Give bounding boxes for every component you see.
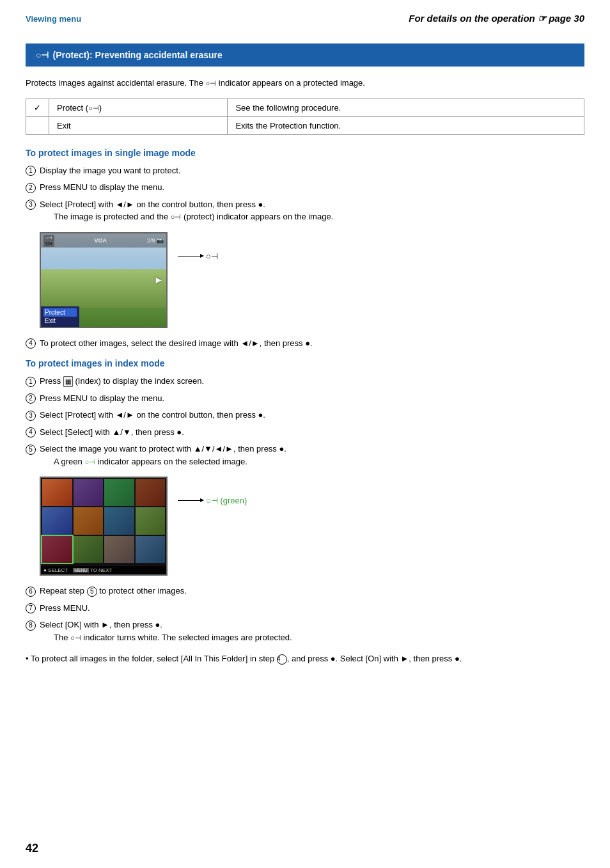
index-cell [104, 479, 134, 506]
step-text: Select the image you want to protect wit… [40, 443, 584, 468]
step-number: 1 [26, 375, 40, 388]
camera-menu-overlay: Protect Exit [41, 306, 79, 327]
step-item: 7 Press MENU. [26, 602, 584, 615]
page-number: 42 [26, 842, 38, 855]
green-protect-symbol: ○⊣ (green) [206, 496, 247, 505]
step-number: 3 [26, 409, 40, 422]
camera-count: 2/9 📷 [147, 237, 164, 244]
step-item: 3 Select [Protect] with ◄/► on the contr… [26, 409, 584, 422]
step-text: Press MENU to display the menu. [40, 181, 584, 194]
step-text: Press MENU. [40, 602, 584, 615]
step-number: 2 [26, 392, 40, 405]
step-number: 8 [26, 619, 40, 631]
index-grid [41, 478, 166, 564]
menu-item-exit: Exit [49, 116, 228, 134]
table-row: Exit Exits the Protection function. [26, 116, 584, 134]
camera-top-icons: ○⊣On [43, 235, 54, 247]
single-mode-heading: To protect images in single image mode [26, 148, 584, 158]
camera-screen: ○⊣On VGA 2/9 📷 ► Protect Exit [40, 232, 168, 328]
index-mode-steps: 1 Press ▦ (Index) to display the index s… [26, 375, 584, 468]
step-text: Display the image you want to protect. [40, 164, 584, 177]
index-mode-heading: To protect images in index mode [26, 358, 584, 368]
step-text: Select [Select] with ▲/▼, then press ●. [40, 426, 584, 439]
step-subnote: The image is protected and the ○⊣ (prote… [54, 212, 333, 221]
step-text: Repeat step 5 to protect other images. [40, 585, 584, 597]
index-cell [136, 479, 166, 506]
table-row: ✓ Protect (○⊣) See the following procedu… [26, 99, 584, 116]
section-title: (Protect): Preventing accidental erasure [52, 50, 222, 60]
index-cell [74, 479, 104, 506]
step-item: 6 Repeat step 5 to protect other images. [26, 585, 584, 597]
menu-item-exit: Exit [43, 317, 77, 325]
bullet-note: • To protect all images in the folder, s… [26, 652, 584, 665]
step-text: Select [Protect] with ◄/► on the control… [40, 198, 584, 223]
index-indicator-label: ○⊣ (green) [178, 477, 247, 505]
protect-on-icon: ○⊣On [43, 235, 54, 247]
step-number: 7 [26, 602, 40, 615]
step-number: 4 [26, 337, 40, 350]
camera-vga-label: VGA [95, 237, 107, 244]
check-col: ✓ [26, 99, 49, 116]
step-number: 6 [26, 585, 40, 597]
protect-indicator-label: ○⊣ [178, 232, 218, 261]
camera-screen-wrapper: ○⊣On VGA 2/9 📷 ► Protect Exit ○⊣ [40, 232, 584, 328]
step-item: 1 Display the image you want to protect. [26, 164, 584, 177]
index-mode-steps-continued: 6 Repeat step 5 to protect other images.… [26, 585, 584, 643]
operation-reference: For details on the operation ☞ page 30 [409, 13, 584, 24]
index-cell [74, 536, 104, 563]
select-label: ● SELECT [43, 567, 68, 573]
on-label: On [45, 241, 52, 246]
intro-text: Protects images against accidental erasu… [26, 77, 584, 90]
protect-symbol-indicator: ○⊣ [206, 251, 218, 261]
menu-table: ✓ Protect (○⊣) See the following procedu… [26, 99, 584, 135]
step-item: 4 To protect other images, select the de… [26, 337, 584, 350]
step-text: Press MENU to display the menu. [40, 392, 584, 405]
index-cell-selected [42, 536, 72, 563]
step-text: Press ▦ (Index) to display the index scr… [40, 375, 584, 388]
index-cell [42, 507, 72, 534]
step-number: 3 [26, 198, 40, 211]
index-cell [74, 507, 104, 534]
step-subnote: A green ○⊣ indicator appears on the sele… [54, 457, 247, 466]
step-number: 5 [26, 443, 40, 455]
step-item: 3 Select [Protect] with ◄/► on the contr… [26, 198, 584, 223]
menu-desc-exit: Exits the Protection function. [228, 116, 584, 134]
arrow-line: ○⊣ (green) [178, 496, 247, 505]
menu-item-protect: Protect [43, 308, 77, 317]
page-header: Viewing menu For details on the operatio… [26, 13, 584, 24]
index-bottom-bar: ● SELECT MENU TO NEXT [41, 566, 166, 574]
menu-desc-protect: See the following procedure. [228, 99, 584, 116]
camera-top-bar: ○⊣On VGA 2/9 📷 [41, 233, 166, 248]
step-item: 4 Select [Select] with ▲/▼, then press ●… [26, 426, 584, 439]
step-text: To protect other images, select the desi… [40, 337, 584, 350]
index-cell [136, 536, 166, 563]
arrow-graphic [178, 500, 203, 501]
camera-landscape [41, 269, 166, 308]
index-cell [104, 536, 134, 563]
index-cell [104, 507, 134, 534]
index-screen: ● SELECT MENU TO NEXT [40, 477, 168, 576]
page-ref-icon: ☞ [538, 13, 546, 24]
step-number: 2 [26, 181, 40, 194]
single-mode-steps: 1 Display the image you want to protect.… [26, 164, 584, 223]
step-text: Select [OK] with ►, then press ●. The ○⊣… [40, 619, 584, 643]
step-subnote: The ○⊣ indicator turns white. The select… [54, 633, 292, 642]
menu-item-protect: Protect (○⊣) [49, 99, 228, 116]
section-label: Viewing menu [26, 14, 81, 24]
single-mode-step4: 4 To protect other images, select the de… [26, 337, 584, 350]
menu-box: MENU [73, 568, 89, 572]
camera-arrow-right: ► [153, 274, 164, 286]
index-cell [42, 479, 72, 506]
step-text: Select [Protect] with ◄/► on the control… [40, 409, 584, 422]
step-item: 2 Press MENU to display the menu. [26, 392, 584, 405]
index-cell [136, 507, 166, 534]
arrow-line: ○⊣ [178, 251, 218, 261]
protect-icon: ○⊣ [36, 50, 49, 60]
index-screen-wrapper: ● SELECT MENU TO NEXT ○⊣ (green) [40, 477, 584, 576]
section-title-box: ○⊣ (Protect): Preventing accidental eras… [26, 43, 584, 67]
step-item: 5 Select the image you want to protect w… [26, 443, 584, 468]
arrow-graphic [178, 256, 203, 256]
step-number: 1 [26, 164, 40, 177]
step-number: 4 [26, 426, 40, 439]
step-item: 2 Press MENU to display the menu. [26, 181, 584, 194]
